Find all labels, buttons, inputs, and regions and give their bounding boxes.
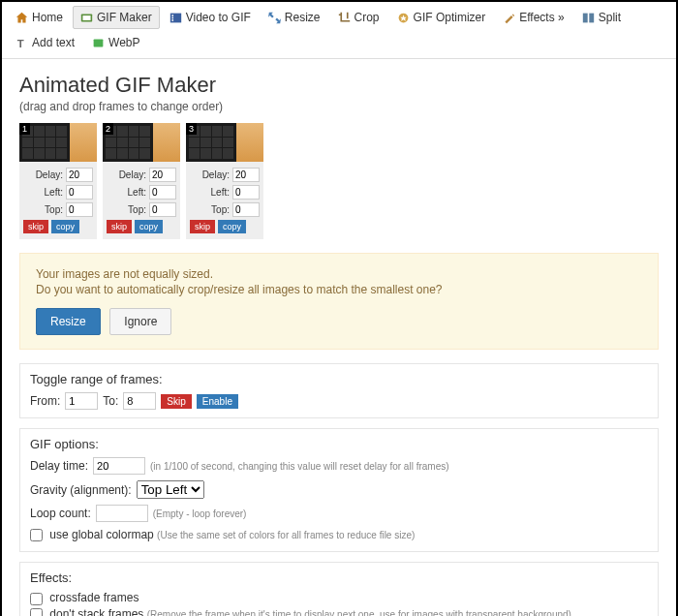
nav-addtext[interactable]: TAdd text: [8, 31, 82, 54]
from-input[interactable]: [65, 392, 98, 410]
resize-warning: Your images are not equally sized. Do yo…: [19, 253, 659, 350]
top-label: Top:: [211, 204, 230, 215]
gravity-label: Gravity (alignment):: [30, 483, 132, 497]
delay-label: Delay:: [36, 169, 63, 180]
delay-label: Delay:: [202, 169, 230, 180]
svg-rect-8: [589, 13, 594, 22]
svg-rect-4: [171, 16, 173, 18]
main-content: Animated GIF Maker (drag and drop frames…: [2, 59, 676, 616]
nav-addtext-label: Add text: [32, 36, 75, 49]
top-label: Top:: [128, 204, 146, 215]
delay-input[interactable]: [232, 168, 260, 182]
frame-item[interactable]: 2 Delay: Left: Top: skipcopy: [103, 123, 180, 239]
delay-label: Delay:: [119, 169, 146, 180]
effects-title: Effects:: [30, 570, 648, 585]
nav-webp-label: WebP: [108, 36, 139, 49]
frame-skip-button[interactable]: skip: [190, 220, 215, 233]
frame-skip-button[interactable]: skip: [107, 220, 132, 233]
frame-number: 1: [19, 123, 30, 135]
effects-section: Effects: crossfade frames don't stack fr…: [19, 562, 659, 616]
loop-input[interactable]: [96, 505, 148, 522]
resize-button[interactable]: Resize: [36, 308, 101, 335]
left-label: Left:: [45, 187, 63, 198]
nav-video-label: Video to GIF: [186, 11, 251, 24]
colormap-checkbox[interactable]: [30, 529, 43, 541]
frame-thumbnail: 3: [186, 123, 263, 162]
range-skip-button[interactable]: Skip: [161, 394, 191, 409]
nav-split[interactable]: Split: [574, 6, 629, 29]
frame-thumbnail: 1: [19, 123, 97, 162]
optimizer-icon: [397, 12, 410, 24]
nav-crop-label: Crop: [354, 11, 380, 24]
nav-effects[interactable]: Effects »: [495, 6, 571, 29]
svg-rect-10: [94, 39, 104, 46]
frame-copy-button[interactable]: copy: [218, 220, 246, 233]
frame-skip-button[interactable]: skip: [23, 220, 48, 233]
svg-rect-3: [171, 15, 173, 16]
frame-item[interactable]: 3 Delay: Left: Top: skipcopy: [186, 123, 263, 239]
warning-text-2: Do you want to automatically crop/resize…: [36, 283, 642, 296]
nav-video[interactable]: Video to GIF: [162, 6, 259, 29]
left-label: Left:: [211, 187, 230, 198]
frame-item[interactable]: 1 Delay: Left: Top: skipcopy: [19, 123, 97, 239]
nav-optimizer-label: GIF Optimizer: [414, 11, 486, 24]
svg-rect-1: [82, 15, 90, 20]
svg-text:T: T: [17, 37, 24, 48]
video-icon: [170, 12, 182, 24]
dontstack-label: don't stack frames: [49, 607, 143, 616]
top-input[interactable]: [149, 202, 176, 217]
left-input[interactable]: [232, 185, 260, 200]
nav-optimizer[interactable]: GIF Optimizer: [389, 6, 494, 29]
colormap-note: (Use the same set of colors for all fram…: [157, 530, 415, 540]
nav-split-label: Split: [599, 11, 621, 24]
split-icon: [582, 12, 595, 24]
top-label: Top:: [45, 204, 63, 215]
toggle-range-section: Toggle range of frames: From: To: Skip E…: [19, 363, 659, 418]
addtext-icon: T: [15, 37, 28, 49]
nav-effects-label: Effects »: [519, 11, 564, 24]
nav-home-label: Home: [32, 11, 63, 24]
crop-icon: [338, 12, 351, 24]
page-title: Animated GIF Maker: [19, 73, 659, 98]
to-input[interactable]: [123, 392, 156, 410]
crossfade-label: crossfade frames: [49, 591, 139, 604]
delaytime-label: Delay time:: [30, 459, 88, 473]
nav-crop[interactable]: Crop: [330, 6, 387, 29]
gravity-select[interactable]: Top Left: [137, 480, 204, 499]
frames-row: 1 Delay: Left: Top: skipcopy 2 Delay: Le…: [19, 123, 659, 239]
loop-note: (Empty - loop forever): [153, 508, 247, 519]
crossfade-checkbox[interactable]: [30, 593, 43, 605]
to-label: To:: [103, 394, 118, 408]
left-label: Left:: [128, 187, 146, 198]
nav-home[interactable]: Home: [8, 6, 71, 29]
left-input[interactable]: [66, 185, 93, 200]
delaytime-note: (in 1/100 of second, changing this value…: [150, 461, 449, 472]
delay-input[interactable]: [149, 168, 176, 182]
ignore-button[interactable]: Ignore: [109, 308, 171, 335]
nav-gifmaker-label: GIF Maker: [97, 11, 152, 24]
gif-options-section: GIF options: Delay time: (in 1/100 of se…: [19, 428, 659, 552]
frame-number: 2: [103, 123, 113, 135]
top-input[interactable]: [66, 202, 93, 217]
left-input[interactable]: [149, 185, 176, 200]
nav-gifmaker[interactable]: GIF Maker: [73, 6, 160, 29]
nav-resize[interactable]: Resize: [261, 6, 328, 29]
colormap-label: use global colormap: [49, 528, 153, 541]
webp-icon: [92, 37, 105, 49]
svg-rect-5: [171, 19, 173, 21]
frame-thumbnail: 2: [103, 123, 180, 162]
delaytime-input[interactable]: [93, 457, 145, 475]
nav-resize-label: Resize: [285, 11, 321, 24]
frame-copy-button[interactable]: copy: [51, 220, 79, 233]
frame-number: 3: [186, 123, 197, 135]
dontstack-note: (Remove the frame when it's time to disp…: [147, 609, 571, 616]
delay-input[interactable]: [66, 168, 93, 182]
svg-rect-7: [583, 13, 588, 22]
top-input[interactable]: [232, 202, 260, 217]
dontstack-checkbox[interactable]: [30, 608, 43, 616]
range-enable-button[interactable]: Enable: [197, 394, 238, 409]
page-subtitle: (drag and drop frames to change order): [19, 100, 659, 113]
frame-copy-button[interactable]: copy: [135, 220, 163, 233]
from-label: From:: [30, 394, 60, 408]
nav-webp[interactable]: WebP: [84, 31, 147, 54]
